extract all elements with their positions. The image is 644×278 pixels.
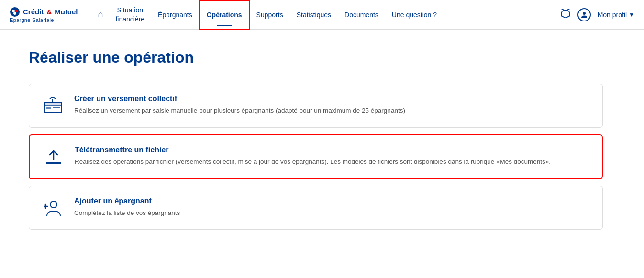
logo-subtitle: Epargne Salariale (10, 17, 54, 23)
svg-point-2 (15, 10, 18, 12)
nav-right: Mon profil ▼ (560, 8, 634, 21)
card-ajouter-epargnant[interactable]: Ajouter un épargnant Complétez la liste … (29, 186, 603, 230)
cm-logo-icon (10, 7, 20, 17)
card-versement-content: Créer un versement collectif Réalisez un… (74, 95, 589, 116)
card-teletransmettre[interactable]: Télétransmettre un fichier Réalisez des … (29, 134, 603, 179)
card-versement-collectif[interactable]: Créer un versement collectif Réalisez un… (29, 84, 603, 128)
svg-point-13 (50, 201, 57, 208)
svg-rect-11 (46, 162, 61, 164)
nav-item-epargnants[interactable]: Épargnants (151, 0, 199, 30)
nav-une-question-label: Une question ? (392, 11, 437, 19)
nav-epargnants-label: Épargnants (158, 11, 192, 19)
chevron-down-icon: ▼ (629, 11, 634, 18)
add-user-icon (43, 198, 64, 219)
logo-mutuel: Mutuel (55, 8, 78, 16)
card-versement-title: Créer un versement collectif (74, 95, 589, 103)
logo-ampersand: & (46, 8, 52, 16)
svg-point-1 (12, 10, 15, 12)
upload-icon (43, 147, 64, 168)
nav-documents-label: Documents (344, 11, 378, 19)
main-content: Réaliser une opération Créer un versemen… (0, 30, 644, 256)
svg-point-4 (583, 12, 586, 15)
header: Crédit & Mutuel Epargne Salariale ⌂ Situ… (0, 0, 644, 30)
card-teletransmettre-title: Télétransmettre un fichier (75, 146, 588, 154)
nav-item-operations[interactable]: Opérations (199, 0, 250, 30)
nav-operations-label: Opérations (207, 11, 242, 19)
nav-statistiques-label: Statistiques (297, 11, 331, 19)
notification-icon[interactable] (560, 8, 571, 21)
bank-transfer-icon (43, 96, 64, 117)
svg-rect-6 (44, 102, 62, 105)
svg-point-3 (13, 12, 16, 15)
card-versement-description: Réalisez un versement par saisie manuell… (74, 106, 589, 116)
nav-item-une-question[interactable]: Une question ? (385, 0, 444, 30)
page-title: Réaliser une opération (29, 49, 615, 66)
logo-credit-mutuel: Crédit (23, 8, 44, 16)
nav-item-documents[interactable]: Documents (338, 0, 385, 30)
nav-item-statistiques[interactable]: Statistiques (290, 0, 338, 30)
home-button[interactable]: ⌂ (98, 10, 103, 20)
card-teletransmettre-content: Télétransmettre un fichier Réalisez des … (75, 146, 588, 167)
nav-item-situation[interactable]: Situationfinancière (109, 0, 151, 30)
logo-area: Crédit & Mutuel Epargne Salariale (10, 7, 78, 23)
card-ajouter-content: Ajouter un épargnant Complétez la liste … (74, 197, 589, 218)
nav-item-supports[interactable]: Supports (250, 0, 290, 30)
nav-supports-label: Supports (256, 11, 283, 19)
profile-label-text: Mon profil (598, 11, 627, 19)
svg-rect-8 (46, 107, 51, 109)
nav-situation-label: Situationfinancière (115, 6, 144, 23)
profile-avatar-icon[interactable] (577, 8, 591, 21)
card-ajouter-title: Ajouter un épargnant (74, 197, 589, 205)
logo-main: Crédit & Mutuel (10, 7, 78, 17)
card-teletransmettre-description: Réalisez des opérations par fichier (ver… (75, 157, 588, 167)
card-ajouter-description: Complétez la liste de vos épargnants (74, 208, 589, 218)
profile-button[interactable]: Mon profil ▼ (598, 11, 634, 19)
